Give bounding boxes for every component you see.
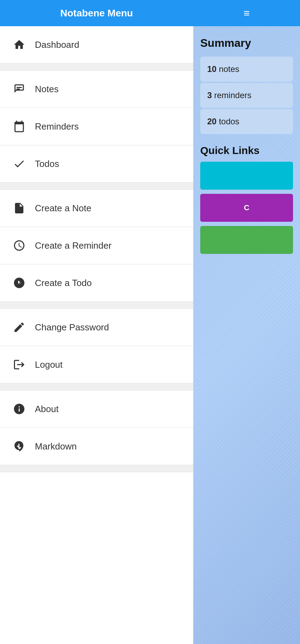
sidebar-item-todos[interactable]: Todos [0,145,193,183]
sidebar-separator-1 [0,64,193,71]
summary-notes-count: 10 [207,64,217,74]
sidebar-item-create-reminder-label: Create a Reminder [35,240,112,251]
sidebar-item-notes[interactable]: Notes [0,71,193,108]
quick-links-title: Quick Links [200,145,293,156]
sidebar-item-dashboard[interactable]: Dashboard [0,26,193,64]
summary-todos-card: 20 todos [200,109,293,134]
hamburger-icon[interactable]: ≡ [243,7,250,19]
sidebar-item-todos-label: Todos [35,159,59,169]
markdown-icon [10,438,28,455]
right-panel: Summary 10 notes 3 reminders 20 todos [193,26,300,644]
sidebar-separator-2 [0,183,193,190]
sidebar-item-logout-label: Logout [35,359,63,370]
sidebar-item-logout[interactable]: Logout [0,346,193,383]
sidebar-item-create-note[interactable]: Create a Note [0,190,193,227]
todos-icon [10,155,28,173]
sidebar-item-reminders[interactable]: Reminders [0,108,193,145]
summary-notes-card: 10 notes [200,57,293,82]
sidebar-separator-5 [0,465,193,472]
sidebar-item-change-password-label: Change Password [35,322,109,333]
sidebar-item-dashboard-label: Dashboard [35,39,79,50]
create-reminder-icon [10,237,28,254]
sidebar-item-about[interactable]: About [0,390,193,428]
quick-link-green-button[interactable] [200,226,293,254]
summary-todos-text: 20 todos [207,117,239,126]
create-note-icon [10,199,28,217]
sidebar-item-create-todo[interactable]: Create a Todo [0,264,193,302]
summary-title: Summary [200,37,293,50]
summary-reminders-count: 3 [207,90,212,100]
summary-reminders-text: 3 reminders [207,90,252,100]
notes-icon [10,80,28,98]
sidebar: Dashboard Notes Reminders [0,26,193,644]
sidebar-separator-3 [0,302,193,309]
sidebar-item-reminders-label: Reminders [35,121,79,132]
quick-link-cyan-button[interactable] [200,162,293,190]
sidebar-item-about-label: About [35,404,59,415]
right-panel-content: Summary 10 notes 3 reminders 20 todos [200,37,293,254]
sidebar-item-notes-label: Notes [35,84,59,95]
header-left: Notabene Menu [0,8,193,19]
sidebar-item-create-note-label: Create a Note [35,203,91,214]
summary-notes-text: 10 notes [207,64,239,74]
sidebar-item-markdown[interactable]: Markdown [0,428,193,465]
home-icon [10,36,28,53]
app-title: Notabene Menu [60,8,133,19]
app-header: Notabene Menu ≡ [0,0,300,26]
sidebar-item-markdown-label: Markdown [35,441,77,452]
sidebar-item-create-todo-label: Create a Todo [35,278,92,288]
header-right: ≡ [193,7,300,19]
reminders-icon [10,118,28,135]
about-icon [10,400,28,418]
sidebar-separator-4 [0,383,193,390]
logout-icon [10,356,28,373]
summary-reminders-label: reminders [214,90,252,100]
sidebar-item-create-reminder[interactable]: Create a Reminder [0,227,193,264]
summary-todos-label: todos [219,117,239,126]
summary-reminders-card: 3 reminders [200,83,293,108]
summary-todos-count: 20 [207,117,217,126]
main-content: Dashboard Notes Reminders [0,26,300,644]
quick-link-purple-button[interactable]: C [200,194,293,222]
change-password-icon [10,319,28,336]
sidebar-item-change-password[interactable]: Change Password [0,309,193,346]
summary-notes-label: notes [219,64,239,74]
create-todo-icon [10,274,28,292]
